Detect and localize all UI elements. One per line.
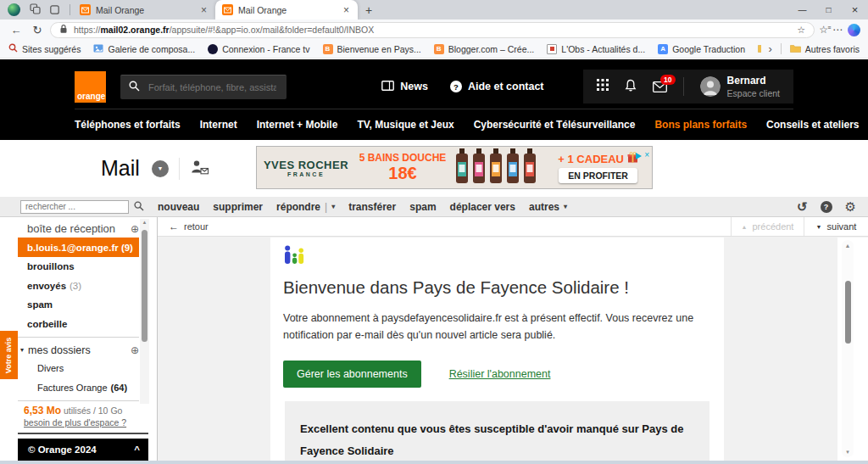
minimize-button[interactable]: — xyxy=(789,0,815,20)
blogger-icon: B xyxy=(434,44,444,54)
address-bar[interactable]: https://mail02.orange.fr/appsuite/#!&app… xyxy=(50,22,815,38)
folder-factures-orange[interactable]: Factures Orange (64) xyxy=(18,378,139,398)
bookmark-bienvenue-pays[interactable]: B Bienvenue en Pays... xyxy=(323,44,421,54)
folder-divers[interactable]: Divers xyxy=(18,359,139,378)
notifications-bell-icon[interactable] xyxy=(625,79,637,95)
copilot-icon[interactable] xyxy=(848,24,860,36)
maximize-button[interactable]: □ xyxy=(815,0,842,20)
browser-tab-2-active[interactable]: Mail Orange × xyxy=(215,0,358,20)
new-mail-button[interactable]: nouveau xyxy=(158,201,199,213)
favorites-hub-icon[interactable]: ☆≡ xyxy=(819,24,828,36)
workspaces-icon[interactable] xyxy=(30,3,41,18)
browser-profile-icon[interactable] xyxy=(8,3,20,16)
bookmark-suggested-sites[interactable]: Sites suggérés xyxy=(8,43,81,54)
browser-menu-icon[interactable]: ⋯ xyxy=(832,24,843,36)
ad-close-icon[interactable]: × xyxy=(644,152,649,159)
folder-sent[interactable]: envoyés (3) xyxy=(18,277,139,296)
spam-button[interactable]: spam xyxy=(409,201,436,213)
search-icon xyxy=(129,80,140,95)
browser-tab-1[interactable]: Mail Orange × xyxy=(73,0,215,20)
nav-internet-mobile[interactable]: Internet + Mobile xyxy=(257,119,338,131)
refresh-icon[interactable]: ↻ xyxy=(29,24,46,36)
contacts-icon[interactable] xyxy=(190,159,209,178)
collapse-caret-icon[interactable]: ▾ xyxy=(20,346,24,354)
scroll-up-icon[interactable]: ▲ xyxy=(142,219,147,226)
ad-gift-text: + 1 CADEAU xyxy=(558,153,624,165)
previous-message-button[interactable]: ▲ précédent xyxy=(731,217,804,236)
next-message-button[interactable]: ▼ suivant xyxy=(804,217,868,236)
search-icon[interactable] xyxy=(134,199,144,215)
ad-banner[interactable]: YVES ROCHER FRANCE 5 BAINS DOUCHE 18€ + … xyxy=(256,146,653,189)
scroll-down-icon[interactable]: ▾ xyxy=(846,448,849,456)
chevron-down-icon[interactable]: ▾ xyxy=(331,203,335,210)
nav-cybersecurite[interactable]: Cybersécurité et Télésurveillance xyxy=(474,119,636,131)
close-window-button[interactable]: × xyxy=(842,0,868,20)
mail-notifications-icon[interactable]: 10 xyxy=(653,81,667,92)
help-contact-label: Aide et contact xyxy=(468,81,544,92)
orange-search-box[interactable] xyxy=(120,75,287,99)
bookmark-blogger[interactable]: B Blogger.com – Crée... xyxy=(434,44,535,54)
back-to-list-button[interactable]: ← retour xyxy=(169,221,209,232)
manage-subscriptions-button[interactable]: Gérer les abonnements xyxy=(283,361,421,388)
folder-spam[interactable]: spam xyxy=(18,295,139,315)
sidebar-scrollbar[interactable]: ▲ xyxy=(140,219,149,404)
scroll-up-icon[interactable]: ▲ xyxy=(845,242,851,249)
browser-system-icons xyxy=(0,3,67,18)
circle-plus-icon[interactable]: ⊕ xyxy=(131,344,139,356)
account-inbox-selected[interactable]: b.louis.1@orange.fr (9) xyxy=(18,238,139,257)
nav-telephones[interactable]: Téléphones et forfaits xyxy=(75,119,181,131)
feedback-tab[interactable]: Votre avis xyxy=(0,331,18,379)
add-favorite-star-icon[interactable]: ☆ xyxy=(797,25,805,36)
folder-drafts[interactable]: brouillons xyxy=(18,257,139,277)
nav-conseils-ateliers[interactable]: Conseils et ateliers xyxy=(766,119,859,131)
reply-button[interactable]: répondre | ▾ xyxy=(276,201,335,213)
account-button[interactable]: Bernard Espace client xyxy=(700,75,780,98)
bookmark-acer-folder[interactable]: Acer xyxy=(758,44,761,54)
bookmark-label: L'Obs - Actualités d... xyxy=(561,44,645,54)
help-icon[interactable]: ? xyxy=(821,201,832,213)
close-icon[interactable]: × xyxy=(342,4,351,16)
more-actions-label: autres xyxy=(529,201,559,213)
orange-logo[interactable]: orange xyxy=(75,71,106,103)
back-icon[interactable]: ← xyxy=(8,24,25,36)
folder-trash[interactable]: corbeille xyxy=(18,315,139,334)
bookmark-gallery[interactable]: Galerie de composa... xyxy=(93,43,195,55)
unsubscribe-link[interactable]: Résilier l'abonnement xyxy=(449,368,551,380)
new-tab-button[interactable]: + xyxy=(365,3,372,17)
gear-icon[interactable]: ⚙ xyxy=(845,199,856,215)
chevron-up-icon[interactable]: ^ xyxy=(134,444,140,455)
tab-bar: Mail Orange × Mail Orange × + — □ × xyxy=(0,0,868,20)
help-contact-link[interactable]: ? Aide et contact xyxy=(450,81,544,92)
bookmarks-overflow-icon[interactable]: › xyxy=(768,42,771,55)
mail-search-input[interactable] xyxy=(20,200,129,214)
nav-tv-musique-jeux[interactable]: TV, Musique et Jeux xyxy=(357,119,453,131)
bookmark-google-translate[interactable]: A Google Traduction xyxy=(658,44,745,54)
bookmark-lobs[interactable]: L'Obs - Actualités d... xyxy=(547,44,645,54)
news-link[interactable]: News xyxy=(381,81,428,93)
nav-bons-plans[interactable]: Bons plans forfaits xyxy=(654,119,747,131)
email-scrollbar[interactable]: ▲ ▾ xyxy=(842,240,854,457)
scrollbar-thumb[interactable] xyxy=(845,281,851,344)
forward-button[interactable]: transférer xyxy=(348,201,396,213)
bookmark-francetv[interactable]: Connexion - France tv xyxy=(208,44,309,54)
inbox-header[interactable]: boîte de réception ⊕ xyxy=(18,220,139,238)
adchoices-icon[interactable] xyxy=(636,148,642,163)
more-storage-link[interactable]: besoin de plus d'espace ? xyxy=(24,417,139,428)
refresh-history-icon[interactable]: ↺ xyxy=(797,199,808,215)
folder-label: corbeille xyxy=(27,319,67,329)
separator: | xyxy=(325,201,327,213)
apps-grid-icon[interactable] xyxy=(597,79,609,94)
more-actions-button[interactable]: autres ▾ xyxy=(529,201,567,213)
nav-internet[interactable]: Internet xyxy=(200,119,237,131)
my-folders-header[interactable]: ▾ mes dossiers ⊕ xyxy=(18,341,139,359)
move-to-button[interactable]: déplacer vers xyxy=(450,201,515,213)
ad-cta-button[interactable]: EN PROFITER xyxy=(559,168,637,183)
close-icon[interactable]: × xyxy=(199,4,209,16)
other-favorites-folder[interactable]: Autres favoris xyxy=(790,44,860,54)
tab-actions-icon[interactable] xyxy=(50,3,59,18)
chevron-down-icon[interactable]: ▼ xyxy=(152,160,169,177)
orange-search-input[interactable] xyxy=(147,81,278,93)
circle-plus-icon[interactable]: ⊕ xyxy=(131,223,139,235)
delete-button[interactable]: supprimer xyxy=(213,201,263,213)
scrollbar-thumb[interactable] xyxy=(142,230,147,342)
